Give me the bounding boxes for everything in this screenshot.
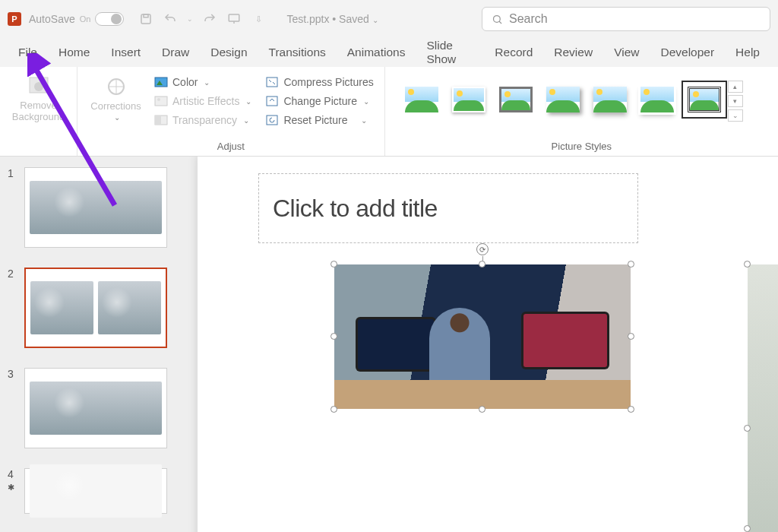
svg-rect-9 xyxy=(155,97,167,106)
tab-insert[interactable]: Insert xyxy=(100,40,151,65)
remove-background-button[interactable]: RemoveBackground xyxy=(6,70,71,123)
thumbnail-4[interactable]: 4✱ xyxy=(8,468,175,514)
gallery-more-icon[interactable]: ⌄ xyxy=(728,109,743,122)
transparency-button[interactable]: Transparency⌄ xyxy=(150,111,256,129)
secondary-image[interactable] xyxy=(748,264,778,532)
autosave-toggle[interactable]: AutoSave On xyxy=(29,12,124,26)
search-input[interactable]: Search xyxy=(482,7,770,31)
selected-image[interactable]: ⟳ xyxy=(334,264,631,409)
svg-rect-1 xyxy=(144,14,148,17)
autosave-switch-icon[interactable] xyxy=(95,12,124,26)
qat-overflow-icon[interactable]: ⇩ xyxy=(250,11,267,27)
transparency-icon xyxy=(154,113,168,127)
resize-handle[interactable] xyxy=(330,333,337,340)
svg-rect-15 xyxy=(267,116,277,125)
slide-thumbnail-panel: 1 2 3 4✱ xyxy=(0,157,182,532)
tab-home[interactable]: Home xyxy=(48,40,100,65)
picture-styles-group-label: Picture Styles xyxy=(391,139,772,154)
group-adjust: Corrections ⌄ Color⌄ Artistic Effects⌄ T… xyxy=(77,67,385,156)
corrections-button[interactable]: Corrections ⌄ xyxy=(84,70,148,122)
save-icon[interactable] xyxy=(138,11,154,27)
group-remove-bg: RemoveBackground xyxy=(0,67,77,156)
file-name[interactable]: Test.pptx • Saved ⌄ xyxy=(286,13,378,25)
svg-rect-0 xyxy=(141,14,150,24)
remove-background-icon xyxy=(27,74,51,99)
gallery-scroll: ▴ ▾ ⌄ xyxy=(729,81,742,122)
resize-handle[interactable] xyxy=(628,406,634,413)
title-placeholder[interactable]: Click to add title xyxy=(258,173,638,243)
tab-transitions[interactable]: Transitions xyxy=(258,40,337,65)
change-picture-button[interactable]: Change Picture⌄ xyxy=(261,92,378,110)
picture-style-1[interactable] xyxy=(399,81,444,119)
search-placeholder: Search xyxy=(509,12,548,26)
tab-review[interactable]: Review xyxy=(543,40,603,65)
present-icon[interactable] xyxy=(226,11,242,27)
redo-icon[interactable] xyxy=(201,11,218,27)
picture-styles-gallery: ▴ ▾ ⌄ xyxy=(391,70,772,139)
thumbnail-1[interactable]: 1 xyxy=(8,167,175,248)
change-picture-icon xyxy=(265,94,279,108)
picture-style-6[interactable] xyxy=(634,81,680,119)
resize-handle[interactable] xyxy=(628,261,634,268)
search-icon xyxy=(492,14,503,25)
svg-rect-12 xyxy=(155,116,161,125)
rotate-handle-icon[interactable]: ⟳ xyxy=(476,243,489,255)
reset-picture-button[interactable]: Reset Picture⌄ xyxy=(261,111,378,129)
svg-rect-14 xyxy=(267,97,277,106)
reset-picture-icon xyxy=(265,113,279,127)
corrections-icon xyxy=(104,74,128,99)
tab-design[interactable]: Design xyxy=(200,40,258,65)
picture-style-2[interactable] xyxy=(446,81,492,119)
title-bar: P AutoSave On ⌄ ⇩ Test.pptx • Saved ⌄ Se… xyxy=(0,0,778,38)
artistic-icon xyxy=(154,94,168,108)
svg-rect-13 xyxy=(267,78,277,87)
svg-point-10 xyxy=(157,98,160,101)
adjust-group-label: Adjust xyxy=(84,139,378,154)
tab-developer[interactable]: Developer xyxy=(650,40,725,65)
undo-dropdown-icon[interactable]: ⌄ xyxy=(186,11,194,27)
resize-handle[interactable] xyxy=(330,261,337,268)
resize-handle[interactable] xyxy=(479,261,485,268)
resize-handle[interactable] xyxy=(628,333,634,340)
workspace: 1 2 3 4✱ Click to add title ⟳ xyxy=(0,157,778,532)
app-icon: P xyxy=(8,12,21,26)
autosave-state: On xyxy=(80,14,91,24)
compress-pictures-button[interactable]: Compress Pictures xyxy=(261,73,378,91)
group-picture-styles: ▴ ▾ ⌄ Picture Styles xyxy=(385,67,778,156)
svg-rect-2 xyxy=(229,14,240,21)
picture-style-5[interactable] xyxy=(587,81,633,119)
slide-canvas[interactable]: Click to add title ⟳ xyxy=(182,157,778,532)
thumbnail-2[interactable]: 2 xyxy=(8,268,175,348)
tab-view[interactable]: View xyxy=(603,40,650,65)
picture-style-7[interactable] xyxy=(682,81,727,119)
resize-handle[interactable] xyxy=(330,406,337,413)
thumbnail-3[interactable]: 3 xyxy=(8,368,175,448)
artistic-effects-button[interactable]: Artistic Effects⌄ xyxy=(150,92,256,110)
tab-file[interactable]: File xyxy=(8,40,48,65)
undo-icon[interactable] xyxy=(162,11,179,27)
resize-handle[interactable] xyxy=(479,406,485,413)
ribbon-tabs: File Home Insert Draw Design Transitions… xyxy=(0,38,778,67)
picture-style-4[interactable] xyxy=(540,81,586,119)
tab-draw[interactable]: Draw xyxy=(151,40,200,65)
quick-access-toolbar: ⌄ ⇩ xyxy=(138,11,267,27)
svg-point-3 xyxy=(494,15,501,22)
picture-style-3[interactable] xyxy=(493,81,539,119)
svg-rect-7 xyxy=(155,78,167,87)
title-placeholder-text: Click to add title xyxy=(273,195,438,223)
slide: Click to add title ⟳ xyxy=(198,157,778,532)
color-icon xyxy=(154,75,168,89)
tab-record[interactable]: Record xyxy=(484,40,543,65)
tab-help[interactable]: Help xyxy=(725,40,770,65)
ribbon-content: RemoveBackground Corrections ⌄ Color⌄ Ar… xyxy=(0,67,778,157)
svg-point-5 xyxy=(34,82,43,91)
autosave-label: AutoSave xyxy=(29,13,75,25)
gallery-up-icon[interactable]: ▴ xyxy=(728,81,743,93)
tab-animations[interactable]: Animations xyxy=(337,40,416,65)
compress-icon xyxy=(265,75,279,89)
gallery-down-icon[interactable]: ▾ xyxy=(728,95,743,107)
color-button[interactable]: Color⌄ xyxy=(150,73,256,91)
